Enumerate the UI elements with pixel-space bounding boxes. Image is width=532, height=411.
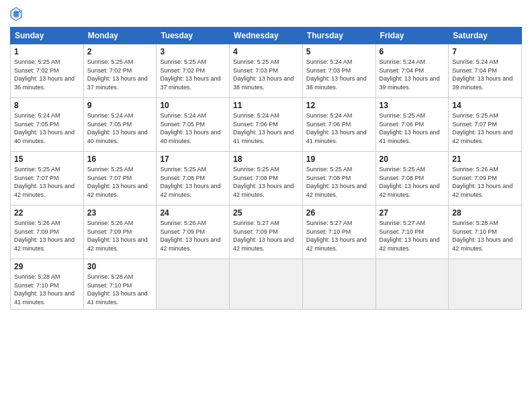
day-number: 13 xyxy=(380,101,445,110)
calendar-cell: 24 Sunrise: 5:26 AMSunset: 7:09 PMDaylig… xyxy=(157,205,230,259)
day-number: 16 xyxy=(87,154,153,164)
calendar-cell: 28 Sunrise: 5:28 AMSunset: 7:10 PMDaylig… xyxy=(449,205,522,259)
day-info: Sunrise: 5:25 AMSunset: 7:07 PMDaylight:… xyxy=(452,111,518,145)
day-number: 1 xyxy=(14,47,80,56)
week-row-4: 22 Sunrise: 5:26 AMSunset: 7:09 PMDaylig… xyxy=(11,205,522,259)
weekday-header-sunday: Sunday xyxy=(11,28,84,44)
day-info: Sunrise: 5:25 AMSunset: 7:08 PMDaylight:… xyxy=(233,165,299,199)
calendar-cell xyxy=(302,259,375,310)
day-number: 27 xyxy=(380,208,445,218)
calendar-cell: 17 Sunrise: 5:25 AMSunset: 7:08 PMDaylig… xyxy=(157,152,230,205)
day-info: Sunrise: 5:24 AMSunset: 7:05 PMDaylight:… xyxy=(14,111,80,145)
calendar-cell: 6 Sunrise: 5:24 AMSunset: 7:04 PMDayligh… xyxy=(375,44,449,98)
weekday-header-saturday: Saturday xyxy=(449,28,522,44)
day-info: Sunrise: 5:26 AMSunset: 7:09 PMDaylight:… xyxy=(452,165,518,199)
day-number: 21 xyxy=(452,154,518,164)
day-info: Sunrise: 5:25 AMSunset: 7:03 PMDaylight:… xyxy=(233,58,299,91)
day-info: Sunrise: 5:25 AMSunset: 7:08 PMDaylight:… xyxy=(380,165,445,199)
logo-icon xyxy=(10,7,22,21)
day-info: Sunrise: 5:27 AMSunset: 7:10 PMDaylight:… xyxy=(306,219,372,253)
weekday-header-monday: Monday xyxy=(83,28,157,44)
week-row-1: 1 Sunrise: 5:25 AMSunset: 7:02 PMDayligh… xyxy=(11,44,522,98)
day-number: 26 xyxy=(306,208,372,218)
day-info: Sunrise: 5:25 AMSunset: 7:02 PMDaylight:… xyxy=(160,58,226,91)
page: SundayMondayTuesdayWednesdayThursdayFrid… xyxy=(0,0,532,411)
day-info: Sunrise: 5:25 AMSunset: 7:02 PMDaylight:… xyxy=(87,58,153,91)
day-number: 2 xyxy=(87,47,153,56)
day-number: 11 xyxy=(233,101,299,110)
calendar-cell: 1 Sunrise: 5:25 AMSunset: 7:02 PMDayligh… xyxy=(11,44,84,98)
day-number: 18 xyxy=(233,154,299,164)
calendar-cell: 11 Sunrise: 5:24 AMSunset: 7:06 PMDaylig… xyxy=(230,98,303,152)
calendar-cell: 5 Sunrise: 5:24 AMSunset: 7:03 PMDayligh… xyxy=(302,44,375,98)
calendar-cell: 12 Sunrise: 5:24 AMSunset: 7:06 PMDaylig… xyxy=(302,98,375,152)
day-number: 29 xyxy=(14,262,80,271)
calendar-cell: 8 Sunrise: 5:24 AMSunset: 7:05 PMDayligh… xyxy=(11,98,84,152)
calendar-cell: 2 Sunrise: 5:25 AMSunset: 7:02 PMDayligh… xyxy=(83,44,157,98)
calendar-cell: 22 Sunrise: 5:26 AMSunset: 7:09 PMDaylig… xyxy=(11,205,84,259)
day-info: Sunrise: 5:25 AMSunset: 7:02 PMDaylight:… xyxy=(14,58,80,91)
week-row-5: 29 Sunrise: 5:28 AMSunset: 7:10 PMDaylig… xyxy=(11,259,522,310)
calendar-cell: 7 Sunrise: 5:24 AMSunset: 7:04 PMDayligh… xyxy=(449,44,522,98)
day-info: Sunrise: 5:24 AMSunset: 7:06 PMDaylight:… xyxy=(306,111,372,145)
day-info: Sunrise: 5:25 AMSunset: 7:07 PMDaylight:… xyxy=(14,165,80,199)
day-number: 12 xyxy=(306,101,372,110)
calendar-cell xyxy=(449,259,522,310)
day-number: 17 xyxy=(160,154,226,164)
day-number: 14 xyxy=(452,101,518,110)
calendar-cell: 19 Sunrise: 5:25 AMSunset: 7:08 PMDaylig… xyxy=(302,152,375,205)
day-info: Sunrise: 5:28 AMSunset: 7:10 PMDaylight:… xyxy=(87,273,153,306)
calendar-cell: 29 Sunrise: 5:28 AMSunset: 7:10 PMDaylig… xyxy=(11,259,84,310)
day-number: 5 xyxy=(306,47,372,56)
calendar-cell: 16 Sunrise: 5:25 AMSunset: 7:07 PMDaylig… xyxy=(83,152,157,205)
day-number: 23 xyxy=(87,208,153,218)
weekday-header-tuesday: Tuesday xyxy=(157,28,230,44)
calendar-cell: 13 Sunrise: 5:25 AMSunset: 7:06 PMDaylig… xyxy=(375,98,449,152)
calendar-table: SundayMondayTuesdayWednesdayThursdayFrid… xyxy=(10,27,522,310)
calendar-cell xyxy=(230,259,303,310)
day-info: Sunrise: 5:27 AMSunset: 7:09 PMDaylight:… xyxy=(233,219,299,253)
day-number: 4 xyxy=(233,47,299,56)
day-info: Sunrise: 5:26 AMSunset: 7:09 PMDaylight:… xyxy=(14,219,80,253)
day-info: Sunrise: 5:24 AMSunset: 7:05 PMDaylight:… xyxy=(87,111,153,145)
day-info: Sunrise: 5:24 AMSunset: 7:05 PMDaylight:… xyxy=(160,111,226,145)
calendar-cell: 20 Sunrise: 5:25 AMSunset: 7:08 PMDaylig… xyxy=(375,152,449,205)
calendar-cell xyxy=(375,259,449,310)
week-row-2: 8 Sunrise: 5:24 AMSunset: 7:05 PMDayligh… xyxy=(11,98,522,152)
day-number: 28 xyxy=(452,208,518,218)
day-info: Sunrise: 5:26 AMSunset: 7:09 PMDaylight:… xyxy=(160,219,226,253)
calendar-cell: 4 Sunrise: 5:25 AMSunset: 7:03 PMDayligh… xyxy=(230,44,303,98)
calendar-cell: 3 Sunrise: 5:25 AMSunset: 7:02 PMDayligh… xyxy=(157,44,230,98)
day-info: Sunrise: 5:25 AMSunset: 7:07 PMDaylight:… xyxy=(87,165,153,199)
calendar-cell: 25 Sunrise: 5:27 AMSunset: 7:09 PMDaylig… xyxy=(230,205,303,259)
calendar-cell: 27 Sunrise: 5:27 AMSunset: 7:10 PMDaylig… xyxy=(375,205,449,259)
day-info: Sunrise: 5:25 AMSunset: 7:08 PMDaylight:… xyxy=(306,165,372,199)
day-number: 3 xyxy=(160,47,226,56)
day-number: 7 xyxy=(452,47,518,56)
weekday-header-friday: Friday xyxy=(375,28,449,44)
day-info: Sunrise: 5:27 AMSunset: 7:10 PMDaylight:… xyxy=(380,219,445,253)
logo xyxy=(10,7,24,21)
day-number: 22 xyxy=(14,208,80,218)
day-info: Sunrise: 5:25 AMSunset: 7:08 PMDaylight:… xyxy=(160,165,226,199)
day-info: Sunrise: 5:24 AMSunset: 7:03 PMDaylight:… xyxy=(306,58,372,91)
week-row-3: 15 Sunrise: 5:25 AMSunset: 7:07 PMDaylig… xyxy=(11,152,522,205)
calendar-cell: 18 Sunrise: 5:25 AMSunset: 7:08 PMDaylig… xyxy=(230,152,303,205)
day-info: Sunrise: 5:28 AMSunset: 7:10 PMDaylight:… xyxy=(14,273,80,306)
day-number: 15 xyxy=(14,154,80,164)
day-info: Sunrise: 5:24 AMSunset: 7:04 PMDaylight:… xyxy=(380,58,445,91)
day-number: 24 xyxy=(160,208,226,218)
day-info: Sunrise: 5:24 AMSunset: 7:04 PMDaylight:… xyxy=(452,58,518,91)
day-number: 19 xyxy=(306,154,372,164)
day-number: 10 xyxy=(160,101,226,110)
calendar-cell: 15 Sunrise: 5:25 AMSunset: 7:07 PMDaylig… xyxy=(11,152,84,205)
day-number: 8 xyxy=(14,101,80,110)
weekday-header-wednesday: Wednesday xyxy=(230,28,303,44)
calendar-cell: 26 Sunrise: 5:27 AMSunset: 7:10 PMDaylig… xyxy=(302,205,375,259)
weekday-header-thursday: Thursday xyxy=(302,28,375,44)
calendar-cell: 23 Sunrise: 5:26 AMSunset: 7:09 PMDaylig… xyxy=(83,205,157,259)
day-info: Sunrise: 5:25 AMSunset: 7:06 PMDaylight:… xyxy=(380,111,445,145)
weekday-header-row: SundayMondayTuesdayWednesdayThursdayFrid… xyxy=(11,28,522,44)
day-number: 30 xyxy=(87,262,153,271)
day-info: Sunrise: 5:24 AMSunset: 7:06 PMDaylight:… xyxy=(233,111,299,145)
